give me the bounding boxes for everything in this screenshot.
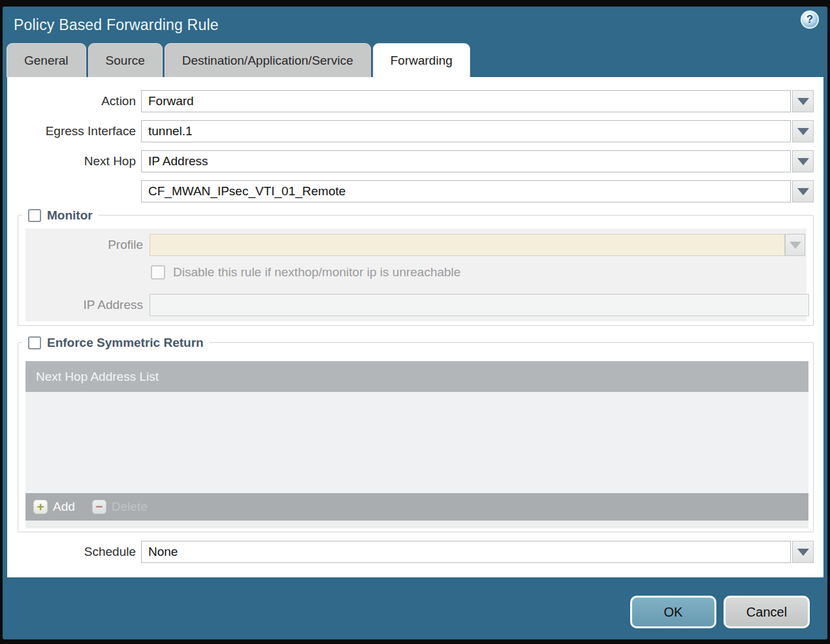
help-glyph: ? — [806, 13, 813, 26]
chevron-down-icon — [797, 549, 809, 556]
table-toolbar: + Add − Delete — [25, 493, 808, 521]
schedule-select[interactable]: None — [141, 541, 791, 563]
monitor-profile-label: Profile — [25, 234, 143, 256]
chevron-down-icon — [797, 158, 809, 165]
symmetric-return-fieldset: Enforce Symmetric Return Next Hop Addres… — [18, 342, 814, 532]
symmetric-return-checkbox[interactable] — [28, 336, 41, 349]
screenshot-root: Policy Based Forwarding Rule ? General S… — [0, 0, 830, 644]
delete-button-label: Delete — [112, 500, 148, 514]
cancel-button[interactable]: Cancel — [724, 596, 810, 628]
symmetric-return-legend-label: Enforce Symmetric Return — [47, 336, 204, 350]
schedule-dropdown-button[interactable] — [792, 541, 814, 563]
symmetric-return-legend: Enforce Symmetric Return — [22, 335, 210, 351]
schedule-label: Schedule — [7, 541, 136, 563]
next-hop-address-select[interactable]: CF_MWAN_IPsec_VTI_01_Remote — [141, 180, 791, 202]
chevron-down-icon — [797, 98, 809, 105]
chevron-down-icon — [797, 128, 809, 135]
tab-destination-application-service[interactable]: Destination/Application/Service — [165, 43, 371, 77]
monitor-panel: Profile Disable this rule if nexthop/mon… — [25, 229, 806, 321]
monitor-legend: Monitor — [22, 208, 99, 223]
chevron-down-icon — [797, 188, 809, 195]
monitor-legend-label: Monitor — [47, 208, 93, 223]
egress-interface-select[interactable]: tunnel.1 — [141, 120, 791, 142]
table-header-next-hop-address-list: Next Hop Address List — [25, 361, 808, 392]
tab-source[interactable]: Source — [88, 43, 163, 77]
policy-forwarding-dialog: Policy Based Forwarding Rule ? General S… — [3, 7, 827, 639]
disable-rule-checkbox — [151, 265, 165, 280]
monitor-fieldset: Monitor Profile Disable this rule if nex… — [18, 215, 814, 326]
next-hop-address-dropdown-button[interactable] — [792, 180, 814, 202]
disable-rule-label: Disable this rule if nexthop/monitor ip … — [173, 265, 460, 280]
next-hop-type-select[interactable]: IP Address — [141, 150, 791, 172]
delete-button: − Delete — [92, 500, 148, 514]
monitor-ip-address-input — [150, 294, 809, 316]
table-body — [25, 392, 808, 493]
monitor-profile-select — [150, 234, 785, 256]
tab-forwarding[interactable]: Forwarding — [373, 43, 470, 77]
action-dropdown-button[interactable] — [792, 90, 814, 112]
help-icon[interactable]: ? — [801, 10, 819, 29]
monitor-checkbox[interactable] — [28, 209, 41, 222]
ok-button[interactable]: OK — [630, 596, 716, 628]
next-hop-type-dropdown-button[interactable] — [792, 150, 814, 172]
tab-bar: General Source Destination/Application/S… — [7, 43, 470, 77]
add-button-label: Add — [53, 500, 75, 514]
egress-interface-label: Egress Interface — [7, 120, 136, 142]
monitor-profile-dropdown-button — [785, 234, 805, 256]
minus-icon: − — [92, 500, 106, 514]
action-select[interactable]: Forward — [141, 90, 791, 112]
next-hop-label: Next Hop — [7, 150, 136, 172]
add-button[interactable]: + Add — [33, 500, 75, 514]
tab-general[interactable]: General — [7, 43, 86, 77]
next-hop-address-list-table: Next Hop Address List + Add − Delete — [25, 361, 808, 528]
egress-interface-dropdown-button[interactable] — [792, 120, 814, 142]
plus-icon: + — [33, 500, 48, 514]
dialog-title: Policy Based Forwarding Rule — [14, 16, 219, 34]
monitor-ip-address-label: IP Address — [25, 294, 143, 316]
table-horizontal-scrollbar[interactable] — [25, 521, 808, 528]
chevron-down-icon — [790, 242, 801, 249]
tab-content-forwarding: Action Forward Egress Interface tunnel.1… — [7, 77, 823, 577]
action-label: Action — [7, 90, 136, 112]
